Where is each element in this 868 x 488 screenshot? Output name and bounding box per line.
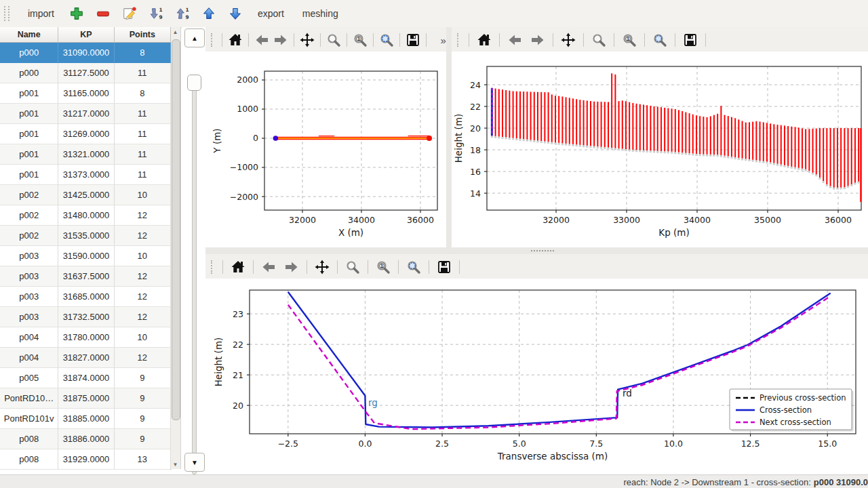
table-cell[interactable]: 12 [115,266,171,287]
table-cell[interactable]: PontRD10… [0,388,58,409]
table-cell[interactable]: 11 [115,124,171,144]
table-row[interactable]: p00131269.000011 [0,124,171,144]
table-cell[interactable]: p000 [0,43,58,63]
table-cell[interactable]: 12 [115,307,171,327]
horizontal-splitter[interactable] [205,247,868,254]
table-cell[interactable]: 10 [115,246,171,266]
table-cell[interactable]: p000 [0,63,58,83]
export-button[interactable]: export [254,6,288,21]
plan-view-canvas[interactable]: 320003400036000−2000−1000010002000X (m)Y… [205,52,446,247]
zoom-rect-button[interactable] [403,257,424,277]
back-button[interactable] [254,30,270,50]
home-button[interactable] [474,30,494,50]
table-cell[interactable]: 11 [115,144,171,165]
table-cell[interactable]: 13 [115,449,171,470]
table-row[interactable]: p00431780.000010 [0,327,171,348]
previous-section-button[interactable]: ▲ [184,28,205,47]
table-cell[interactable]: p002 [0,205,58,226]
table-cell[interactable]: 12 [115,348,171,368]
zoom-rect-button[interactable] [378,30,395,50]
back-button[interactable] [258,257,279,277]
scrollbar-thumb[interactable] [172,39,180,420]
table-scrollbar[interactable]: ▲ ▼ [171,27,181,469]
table-row[interactable]: p00831886.00009 [0,429,171,449]
table-cell[interactable]: p003 [0,307,58,327]
table-row[interactable]: p00131321.000011 [0,144,171,165]
column-header-name[interactable]: Name [0,27,58,42]
table-cell[interactable]: 31590.0000 [58,246,114,266]
toolbar-drag-handle[interactable] [211,260,215,274]
table-cell[interactable]: PontRD101v [0,409,58,429]
home-button[interactable] [227,30,243,50]
table-cell[interactable]: 10 [115,327,171,348]
table-row[interactable]: p00331637.500012 [0,266,171,287]
table-cell[interactable]: p003 [0,246,58,266]
table-cell[interactable]: 8 [115,83,171,104]
table-cell[interactable]: 8 [115,43,171,63]
table-cell[interactable]: p001 [0,144,58,165]
table-cell[interactable]: 10 [115,185,171,205]
table-row[interactable]: p00331685.000012 [0,287,171,307]
add-cross-section-button[interactable] [68,5,85,22]
table-row[interactable]: p00231425.000010 [0,185,171,205]
table-cell[interactable]: 31425.0000 [58,185,114,205]
column-header-kp[interactable]: KP [58,27,114,42]
table-cell[interactable]: p001 [0,104,58,124]
table-row[interactable]: p00031090.00008 [0,43,171,63]
remove-cross-section-button[interactable] [95,5,111,22]
save-button[interactable] [680,30,701,50]
table-cell[interactable]: 31780.0000 [58,327,114,348]
table-cell[interactable]: 31217.0000 [58,104,114,124]
toolbar-drag-handle[interactable] [457,33,461,47]
table-row[interactable]: p00231480.000012 [0,205,171,226]
table-cell[interactable]: 31373.0000 [58,165,114,185]
table-row[interactable]: PontRD101v31885.00009 [0,409,171,429]
home-button[interactable] [228,257,248,277]
table-cell[interactable]: 31480.0000 [58,205,114,226]
table-cell[interactable]: p005 [0,368,58,388]
column-header-points[interactable]: Points [115,27,171,42]
table-cell[interactable]: 31535.0000 [58,226,114,246]
table-cell[interactable]: p003 [0,266,58,287]
forward-button[interactable] [273,30,289,50]
table-row[interactable]: p00331732.500012 [0,307,171,327]
scroll-down-button[interactable]: ▼ [171,460,180,469]
zoom-button[interactable] [589,30,609,50]
table-row[interactable]: PontRD10…31875.00009 [0,388,171,409]
table-cell[interactable]: 12 [115,287,171,307]
table-cell[interactable]: p003 [0,287,58,307]
save-button[interactable] [434,257,454,277]
table-row[interactable]: p00231535.000012 [0,226,171,246]
move-up-button[interactable] [201,5,217,22]
table-cell[interactable]: p001 [0,124,58,144]
table-cell[interactable]: 9 [115,388,171,409]
zoom-one-button[interactable]: 1 [373,257,393,277]
zoom-rect-button[interactable] [650,30,670,50]
table-cell[interactable]: 31885.0000 [58,409,114,429]
table-cell[interactable]: 31637.5000 [58,266,114,287]
toolbar-overflow-button[interactable]: » [441,35,446,46]
pan-button[interactable] [558,30,578,50]
zoom-one-button[interactable]: 1 [619,30,639,50]
table-cell[interactable]: 12 [115,205,171,226]
scroll-up-button[interactable]: ▲ [171,27,180,37]
table-row[interactable]: p00431827.000012 [0,348,171,368]
next-section-button[interactable]: ▼ [184,453,205,472]
edit-cross-section-button[interactable] [121,5,138,22]
table-row[interactable]: p00131373.000011 [0,165,171,185]
table-row[interactable]: p00331590.000010 [0,246,171,266]
zoom-button[interactable] [342,257,363,277]
table-cell[interactable]: p001 [0,83,58,104]
table-cell[interactable]: p002 [0,185,58,205]
pan-button[interactable] [299,30,315,50]
table-cell[interactable]: 31269.0000 [58,124,114,144]
table-cell[interactable]: 31875.0000 [58,388,114,409]
table-cell[interactable]: p002 [0,226,58,246]
forward-button[interactable] [281,257,302,277]
toolbar-drag-handle[interactable] [4,6,9,21]
table-cell[interactable]: p004 [0,348,58,368]
table-row[interactable]: p00131217.000011 [0,104,171,124]
table-row[interactable]: p00831929.000013 [0,449,171,470]
save-button[interactable] [405,30,421,50]
table-cell[interactable]: 12 [115,226,171,246]
